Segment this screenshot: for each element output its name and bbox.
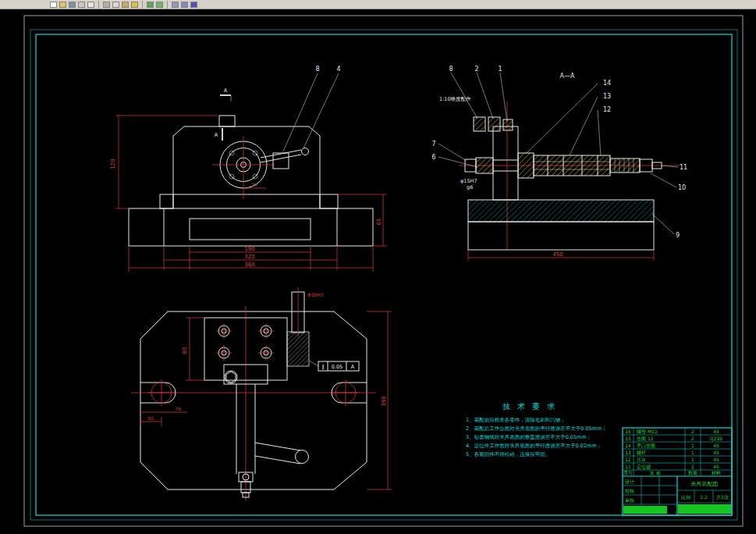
view-plan: Φ30H7 ∥ 0.05 A 390 80 50 75 <box>131 287 392 501</box>
copy-icon[interactable] <box>112 2 119 8</box>
tech-req-item: 1、装配前应检查各零件，清除毛刺和污物； <box>466 417 566 423</box>
bom-header: 名 称 <box>650 470 661 476</box>
help-icon[interactable] <box>190 2 197 8</box>
toolbar-separator <box>98 1 99 9</box>
print-preview-icon[interactable] <box>87 2 94 8</box>
open-folder-icon[interactable] <box>59 2 66 8</box>
bom-cell: 2 <box>691 464 694 469</box>
bom-cell: 1 <box>691 450 694 455</box>
bom-cell: 45 <box>713 450 719 455</box>
balloon: 1 <box>498 66 502 73</box>
top-toolbar <box>0 0 756 9</box>
tech-req-item: 4、定位件工作面对夹具底面的平行度误差不大于0.02mm； <box>466 443 602 449</box>
bom-cell: 16 <box>625 429 631 434</box>
bom-cell: 1 <box>691 457 694 462</box>
balloon: 6 <box>431 154 435 161</box>
cut-icon[interactable] <box>103 2 110 8</box>
bom-cell: 开口垫圈 <box>637 443 655 449</box>
bom-cell: 压块 <box>637 457 646 462</box>
dim-label: 50 <box>147 415 154 421</box>
bom-cell: 螺母 M12 <box>637 429 658 435</box>
title-block: 16 螺母 M12 2 45 15 垫圈 12 2 Q235 14 开口垫圈 1… <box>623 428 732 515</box>
redo-icon[interactable] <box>156 2 163 8</box>
dim-label: 190 <box>244 246 254 252</box>
drawing-canvas[interactable]: 8 4 A A 120 65 77 190 320 360 A—A <box>0 9 756 534</box>
bom-cell: 12 <box>625 457 631 462</box>
titleblock-value: 共1张 <box>716 494 729 500</box>
balloon: 4 <box>336 66 340 73</box>
balloon: 7 <box>431 141 435 148</box>
toolbar-separator <box>142 1 143 9</box>
taper-note: 1:10锥度配作 <box>439 96 471 102</box>
tech-req-item: 2、装配后工作台面对夹具底面的平行度误差不大于0.05mm； <box>466 425 607 432</box>
bom-cell: 螺杆 <box>637 450 646 455</box>
titleblock-label: 审核 <box>625 497 634 503</box>
section-title: A—A <box>560 73 575 80</box>
new-file-icon[interactable] <box>50 2 57 8</box>
undo-icon[interactable] <box>147 2 154 8</box>
fit-label: φ15H7 <box>460 178 477 184</box>
dim-label: 450 <box>552 251 563 258</box>
tech-req-item: 3、钻套轴线对夹具底面的垂直度误差不大于0.05mm； <box>466 434 591 440</box>
tech-requirements: 技 术 要 求 1、装配前应检查各零件，清除毛刺和污物； 2、装配后工作台面对夹… <box>466 402 607 457</box>
bom-header: 数量 <box>688 470 697 475</box>
titleblock-label: 比例 <box>681 494 690 500</box>
titleblock-value: 1:2 <box>700 494 708 500</box>
balloon: 8 <box>449 66 453 73</box>
toolbar-separator <box>167 1 168 9</box>
bom-cell: 定位键 <box>637 464 651 470</box>
tech-req-item: 5、各紧固件不得松动，连接应牢固。 <box>466 451 550 457</box>
dim-label: 77 <box>251 182 257 187</box>
bom-cell: 13 <box>625 450 631 455</box>
view-front: 8 4 A A 120 65 77 190 320 360 <box>110 66 387 272</box>
paste-icon[interactable] <box>122 2 129 8</box>
bom-cell: 11 <box>625 464 631 469</box>
titleblock-label: 校核 <box>624 488 634 493</box>
gdt-datum: A <box>351 364 355 370</box>
drawing-frame <box>24 16 743 526</box>
format-painter-icon[interactable] <box>131 2 138 8</box>
bom-header: 材料 <box>711 470 721 476</box>
bom-cell: 45 <box>713 429 719 434</box>
balloon: 13 <box>603 93 611 100</box>
balloon: 11 <box>680 164 687 171</box>
gdt-value: 0.05 <box>332 364 343 370</box>
dim-label: 390 <box>381 396 387 406</box>
bom-cell: 45 <box>713 457 719 462</box>
save-icon[interactable] <box>69 2 76 8</box>
insert-block-icon[interactable] <box>172 2 179 8</box>
section-mark: A <box>215 132 218 138</box>
bom-cell: 2 <box>691 429 694 434</box>
dim-label: 360 <box>244 262 254 268</box>
balloon: 14 <box>603 80 611 87</box>
gdt-symbol: ∥ <box>321 364 324 370</box>
dim-label: 75 <box>175 406 181 411</box>
bom-cell: 14 <box>625 443 631 448</box>
tech-req-title: 技 术 要 求 <box>502 402 558 411</box>
bom-cell: 45 <box>713 443 719 448</box>
dim-label: Φ30H7 <box>307 292 324 297</box>
balloon: 12 <box>603 106 611 113</box>
print-icon[interactable] <box>78 2 85 8</box>
bom-cell: 1 <box>691 443 694 448</box>
drawing-title: 夹具装配图 <box>691 481 719 487</box>
bom-cell: Q235 <box>710 436 722 441</box>
dim-label: 65 <box>376 219 382 226</box>
bom-cell: 垫圈 12 <box>637 436 654 442</box>
balloon: 9 <box>676 232 680 239</box>
drawing-svg: 8 4 A A 120 65 77 190 320 360 A—A <box>0 9 756 534</box>
dim-label: 80 <box>182 347 188 354</box>
fit-label: g6 <box>467 184 473 190</box>
bom-header: 序号 <box>623 470 633 475</box>
bom-cell: 15 <box>625 436 631 441</box>
titleblock-label: 设计 <box>625 479 634 484</box>
balloon: 8 <box>315 66 319 73</box>
bom-cell: 2 <box>691 436 694 441</box>
bom-cell: 45 <box>713 464 719 469</box>
balloon: 10 <box>678 184 686 191</box>
balloon: 2 <box>474 66 478 73</box>
section-mark: A <box>224 87 228 94</box>
dim-label: 120 <box>110 158 116 169</box>
zoom-icon[interactable] <box>181 2 188 8</box>
dim-label: 320 <box>244 254 254 260</box>
